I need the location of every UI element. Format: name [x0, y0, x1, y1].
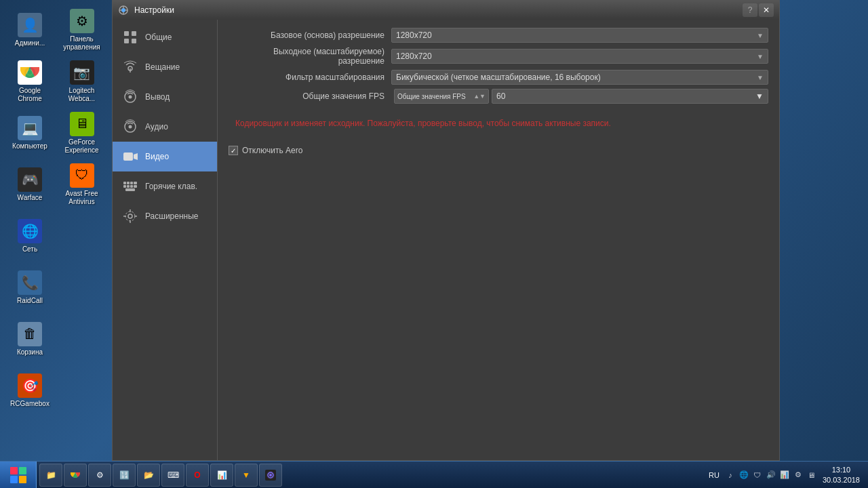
svg-rect-12 — [132, 39, 136, 43]
sidebar-item-broadcast[interactable]: Вещание — [113, 52, 217, 82]
svg-rect-28 — [134, 185, 137, 188]
svg-point-4 — [121, 8, 125, 12]
clock-display[interactable]: 13:10 30.03.2018 — [820, 465, 863, 485]
video-icon — [121, 147, 140, 166]
sidebar: Общие Вещание — [113, 20, 218, 460]
sidebar-item-hotkeys[interactable]: Горячие клав. — [113, 171, 217, 201]
svg-marker-20 — [134, 153, 138, 160]
tray-sound-icon[interactable]: ♪ — [725, 470, 736, 481]
language-indicator[interactable]: RU — [706, 470, 722, 481]
sidebar-label-output: Вывод — [145, 92, 170, 102]
tray-extra-icon: ⚙ — [793, 470, 804, 481]
disable-aero-checkbox[interactable] — [229, 146, 238, 155]
sidebar-item-general[interactable]: Общие — [113, 22, 217, 52]
window-title: Настройки — [134, 5, 737, 15]
tray-volume-icon[interactable]: 🔊 — [766, 470, 776, 481]
taskbar-app-files[interactable]: 📂 — [137, 464, 160, 487]
sidebar-item-video[interactable]: Видео — [113, 142, 217, 171]
desktop-icon-computer[interactable]: 💻 Компьютер — [5, 108, 54, 157]
help-button[interactable]: ? — [743, 3, 757, 17]
desktop-icon-control-panel[interactable]: ⚙ Панель управления — [58, 5, 106, 54]
scale-filter-dropdown-arrow: ▼ — [757, 74, 764, 81]
output-resolution-row: Выходное (масштабируемое) разрешение 128… — [229, 47, 768, 66]
svg-rect-29 — [125, 188, 135, 191]
taskbar-app-settings[interactable]: ⚙ — [88, 464, 111, 487]
close-button[interactable]: ✕ — [759, 3, 774, 17]
files-taskbar-icon: 📂 — [143, 470, 154, 481]
keyboard-taskbar-icon: ⌨ — [167, 470, 178, 481]
svg-rect-26 — [127, 185, 130, 188]
desktop-icon-net[interactable]: 🌐 Сеть — [5, 211, 54, 260]
fps-value-control[interactable]: 60 ▼ — [492, 89, 768, 104]
audio-icon — [121, 117, 140, 136]
sidebar-label-broadcast: Вещание — [145, 62, 180, 72]
taskbar: 📁 ⚙ 🔢 📂 ⌨ — [0, 461, 868, 488]
desktop-icon-raidcall[interactable]: 📞 RaidCall — [5, 263, 54, 312]
output-resolution-control[interactable]: 868x488 ▼ — [391, 49, 768, 64]
desktop-icon-warface[interactable]: 🎮 Warface — [5, 160, 54, 209]
arrow-taskbar-icon: ▼ — [241, 470, 252, 481]
taskbar-app-opera[interactable]: O — [186, 464, 209, 487]
tray-cpu-icon: 📊 — [779, 470, 790, 481]
scale-filter-label: Фильтр масштабирования — [229, 73, 391, 82]
sidebar-item-output[interactable]: Вывод — [113, 82, 217, 112]
sidebar-item-advanced[interactable]: Расширенные — [113, 201, 217, 231]
svg-rect-19 — [123, 152, 133, 161]
fps-type-select[interactable]: Общие значения FPS ▲▼ — [394, 89, 489, 104]
base-resolution-control[interactable]: 868x488 ▼ — [391, 28, 768, 43]
settings-taskbar-icon: ⚙ — [94, 470, 105, 481]
desktop-icon-admin[interactable]: 👤 Админи... — [5, 5, 54, 54]
svg-point-41 — [269, 474, 272, 476]
calc-taskbar-icon: 🔢 — [119, 470, 130, 481]
broadcast-icon — [121, 58, 140, 77]
svg-rect-10 — [132, 31, 136, 36]
scale-filter-value: Бикубической (четкое масштабирование, 16… — [396, 73, 601, 82]
general-icon — [121, 28, 140, 47]
desktop-icon-logitech[interactable]: 📷 Logitech Webca... — [58, 57, 106, 106]
warning-text: Кодировщик и изменяет исходник. Пожалуйс… — [235, 119, 611, 128]
svg-rect-27 — [130, 185, 133, 188]
desktop-icon-avast[interactable]: 🛡 Avast Free Antivirus — [58, 160, 106, 209]
warning-box: Кодировщик и изменяет исходник. Пожалуйс… — [229, 112, 768, 135]
taskbar-app-keyboard[interactable]: ⌨ — [161, 464, 184, 487]
desktop-icon-rcgamebox[interactable]: 🎯 RCGamebox — [5, 366, 54, 415]
taskbar-app-taskman[interactable]: 📊 — [210, 464, 233, 487]
sidebar-label-general: Общие — [145, 33, 172, 42]
taskbar-tray: RU ♪ 🌐 🛡 🔊 📊 ⚙ 🖥 13:10 30.03.2018 — [701, 465, 868, 485]
taskbar-app-obs[interactable] — [259, 464, 282, 487]
windows-logo-icon — [10, 467, 26, 483]
tray-monitor-icon: 🖥 — [806, 470, 817, 481]
sidebar-label-advanced: Расширенные — [145, 211, 199, 221]
svg-rect-24 — [134, 182, 137, 184]
scale-filter-control[interactable]: Бикубической (четкое масштабирование, 16… — [391, 70, 768, 85]
hotkeys-icon — [121, 177, 140, 196]
taskbar-app-calc[interactable]: 🔢 — [113, 464, 136, 487]
start-button[interactable] — [0, 462, 37, 489]
clock-date: 30.03.2018 — [823, 475, 860, 485]
output-icon — [121, 87, 140, 106]
fps-label: Общие значения FPS — [229, 92, 391, 101]
obs-taskbar-icon — [265, 470, 276, 481]
desktop-icon-geforce[interactable]: 🖥 GeForce Experience — [58, 108, 106, 157]
tray-antivirus-icon: 🛡 — [752, 470, 763, 481]
sidebar-label-audio: Аудио — [145, 122, 168, 131]
svg-rect-11 — [124, 39, 129, 43]
disable-aero-label: Отключить Aero — [242, 146, 302, 155]
desktop-icon-chrome[interactable]: Google Chrome — [5, 57, 54, 106]
desktop-icon-trash[interactable]: 🗑 Корзина — [5, 314, 54, 363]
sidebar-label-video: Видео — [145, 152, 169, 161]
fps-value-text: 60 — [496, 92, 505, 101]
disable-aero-row[interactable]: Отключить Aero — [229, 143, 768, 158]
base-resolution-dropdown-arrow: ▼ — [757, 32, 764, 39]
svg-point-31 — [125, 211, 135, 221]
taskbar-apps: 📁 ⚙ 🔢 📂 ⌨ — [37, 464, 701, 487]
taskbar-app-chrome[interactable] — [64, 464, 87, 487]
base-resolution-label: Базовое (основа) разрешение — [229, 30, 391, 40]
sidebar-item-audio[interactable]: Аудио — [113, 112, 217, 142]
taskbar-app-arrow[interactable]: ▼ — [235, 464, 258, 487]
fps-type-arrow: ▲▼ — [473, 93, 486, 100]
taskbar-app-explorer[interactable]: 📁 — [39, 464, 62, 487]
chrome-taskbar-icon — [70, 470, 81, 481]
window-controls: ? ✕ — [743, 3, 774, 17]
window-titlebar: Настройки ? ✕ — [113, 1, 779, 20]
